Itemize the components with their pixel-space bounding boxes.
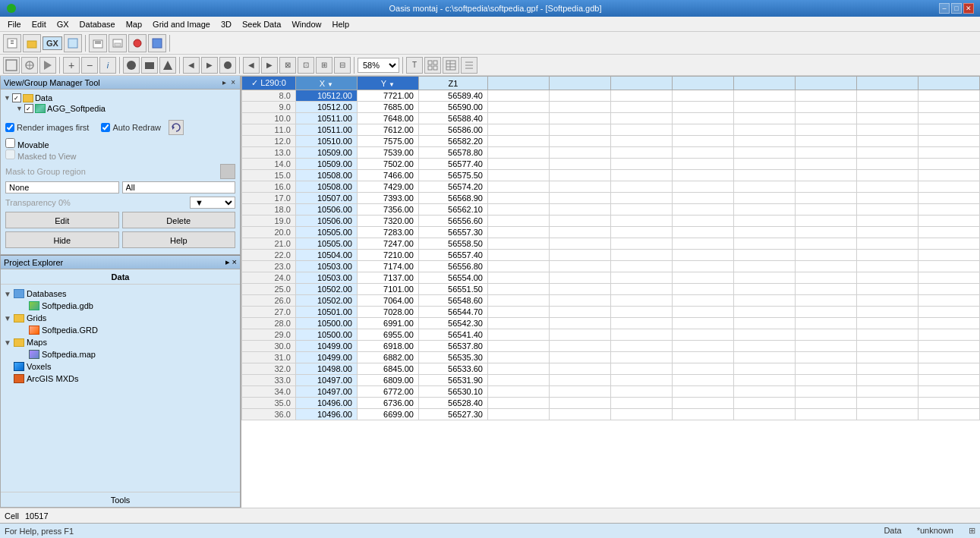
cell-y[interactable]: 7064.00 — [357, 295, 418, 307]
cell-z1[interactable]: 56548.60 — [418, 295, 487, 307]
tb2-table-btn[interactable] — [443, 57, 459, 74]
table-row[interactable]: 22.010504.007210.0056557.40 — [242, 250, 980, 261]
cell-row-num[interactable]: 29.0 — [242, 329, 296, 341]
cell-y[interactable]: 7721.00 — [357, 90, 418, 102]
menu-gx[interactable]: GX — [52, 18, 74, 30]
tb2-nav2-btn[interactable]: ▶ — [261, 57, 278, 74]
menu-3d[interactable]: 3D — [216, 18, 236, 30]
delete-btn[interactable]: Delete — [122, 212, 236, 228]
cell-row-num[interactable]: 35.0 — [242, 398, 296, 409]
menu-window[interactable]: Window — [287, 18, 326, 30]
tb2-select-btn[interactable] — [3, 57, 20, 74]
menu-edit[interactable]: Edit — [27, 18, 51, 30]
cell-row-num[interactable]: 23.0 — [242, 261, 296, 272]
cell-x[interactable]: 10508.00 — [295, 181, 357, 193]
cell-x[interactable]: 10507.00 — [295, 193, 357, 204]
tb-save-btn[interactable] — [148, 34, 166, 52]
cell-z1[interactable]: 56577.40 — [418, 159, 487, 170]
tb-print1-btn[interactable] — [89, 34, 107, 52]
cell-x[interactable]: 10496.00 — [295, 409, 357, 420]
cell-z1[interactable]: 56541.40 — [418, 329, 487, 341]
cell-z1[interactable]: 56535.30 — [418, 352, 487, 363]
tb2-move-left-btn[interactable]: ◀ — [183, 57, 200, 74]
menu-help[interactable]: Help — [328, 18, 355, 30]
table-row[interactable]: 18.010506.007356.0056562.10 — [242, 204, 980, 216]
pe-item-voxels[interactable]: Voxels — [4, 360, 237, 373]
tb2-zoom-in-btn[interactable]: + — [63, 57, 80, 74]
col-header-z1[interactable]: Z1 — [418, 77, 487, 90]
cell-row-num[interactable]: 19.0 — [242, 216, 296, 227]
cell-x[interactable]: 10497.00 — [295, 386, 357, 398]
cell-row-num[interactable]: 17.0 — [242, 193, 296, 204]
cell-row-num[interactable]: 24.0 — [242, 272, 296, 284]
render-images-checkbox[interactable] — [5, 123, 14, 132]
cell-z1[interactable]: 56533.60 — [418, 363, 487, 375]
vgm-pin-btn[interactable]: ▸ — [221, 78, 228, 87]
tree-checkbox-agg[interactable]: ✓ — [24, 104, 33, 113]
cell-y[interactable]: 7612.00 — [357, 124, 418, 136]
table-row[interactable]: 11.010511.007612.0056586.00 — [242, 124, 980, 136]
cell-row-num[interactable]: 13.0 — [242, 147, 296, 159]
cell-y[interactable]: 7283.00 — [357, 227, 418, 238]
cell-x[interactable]: 10506.00 — [295, 204, 357, 216]
cell-z1[interactable]: 56531.90 — [418, 375, 487, 386]
col-header-l290[interactable]: ✓ L290:0 — [242, 77, 296, 90]
cell-x[interactable]: 10505.00 — [295, 238, 357, 250]
cell-x[interactable]: 10499.00 — [295, 352, 357, 363]
table-row[interactable]: 17.010507.007393.0056568.90 — [242, 193, 980, 204]
pe-item-softpedia-map[interactable]: Softpedia.map — [19, 348, 237, 360]
tb-print2-btn[interactable] — [109, 34, 127, 52]
cell-y[interactable]: 6845.00 — [357, 363, 418, 375]
cell-y[interactable]: 6772.00 — [357, 386, 418, 398]
menu-database[interactable]: Database — [75, 18, 120, 30]
table-row[interactable]: 25.010502.007101.0056551.50 — [242, 284, 980, 295]
cell-row-num[interactable]: 16.0 — [242, 181, 296, 193]
tb2-pan-btn[interactable] — [21, 57, 38, 74]
mask-all-input[interactable] — [122, 181, 236, 193]
cell-x[interactable]: 10508.00 — [295, 170, 357, 181]
cell-row-num[interactable]: 12.0 — [242, 136, 296, 147]
cell-y[interactable]: 7101.00 — [357, 284, 418, 295]
table-row[interactable]: 35.010496.006736.0056528.40 — [242, 398, 980, 409]
tb2-nav1-btn[interactable]: ◀ — [243, 57, 260, 74]
table-row[interactable]: 23.010503.007174.0056556.80 — [242, 261, 980, 272]
cell-z1[interactable]: 56544.70 — [418, 307, 487, 318]
maximize-button[interactable]: □ — [951, 3, 962, 14]
cell-row-num[interactable]: 15.0 — [242, 170, 296, 181]
tb2-triangle-btn[interactable] — [159, 57, 176, 74]
tree-item-agg[interactable]: ▼ ✓ AGG_Softpedia — [16, 103, 237, 114]
cell-z1[interactable]: 56588.40 — [418, 113, 487, 124]
table-row[interactable]: 21.010505.007247.0056558.50 — [242, 238, 980, 250]
grid-wrapper[interactable]: ✓ L290:0 X ▼ Y ▼ Z1 — [241, 76, 980, 508]
cell-z1[interactable]: 56554.00 — [418, 272, 487, 284]
cell-z1[interactable]: 56556.60 — [418, 216, 487, 227]
cell-z1[interactable]: 56542.30 — [418, 318, 487, 329]
cell-y[interactable]: 6991.00 — [357, 318, 418, 329]
table-row[interactable]: 30.010499.006918.0056537.80 — [242, 341, 980, 352]
cell-row-num[interactable]: 20.0 — [242, 227, 296, 238]
pe-item-softpedia-gdb[interactable]: Softpedia.gdb — [19, 300, 237, 312]
cell-x[interactable]: 10511.00 — [295, 113, 357, 124]
movable-checkbox[interactable] — [5, 138, 15, 148]
table-row[interactable]: 32.010498.006845.0056533.60 — [242, 363, 980, 375]
cell-x[interactable]: 10505.00 — [295, 227, 357, 238]
cell-row-num[interactable]: 22.0 — [242, 250, 296, 261]
hide-btn[interactable]: Hide — [5, 231, 119, 248]
cell-row-num[interactable]: 25.0 — [242, 284, 296, 295]
tb2-nav4-btn[interactable]: ⊡ — [298, 57, 314, 74]
tb2-grid-btn[interactable] — [424, 57, 441, 74]
tb2-text-btn[interactable]: T — [406, 57, 423, 74]
tb2-square-btn[interactable] — [141, 57, 158, 74]
cell-y[interactable]: 6736.00 — [357, 398, 418, 409]
cell-z1[interactable]: 56558.50 — [418, 238, 487, 250]
cell-row-num[interactable]: 21.0 — [242, 238, 296, 250]
table-row[interactable]: 15.010508.007466.0056575.50 — [242, 170, 980, 181]
cell-z1[interactable]: 56562.10 — [418, 204, 487, 216]
cell-y[interactable]: 6918.00 — [357, 341, 418, 352]
pe-pin-btn[interactable]: ▸ — [225, 257, 230, 266]
cell-row-num[interactable]: 31.0 — [242, 352, 296, 363]
cell-x[interactable]: 10512.00 — [295, 90, 357, 102]
table-row[interactable]: 12.010510.007575.0056582.20 — [242, 136, 980, 147]
table-row[interactable]: 8.010512.007721.0056589.40 — [242, 90, 980, 102]
tree-item-root[interactable]: ▼ ✓ Data — [4, 93, 237, 103]
